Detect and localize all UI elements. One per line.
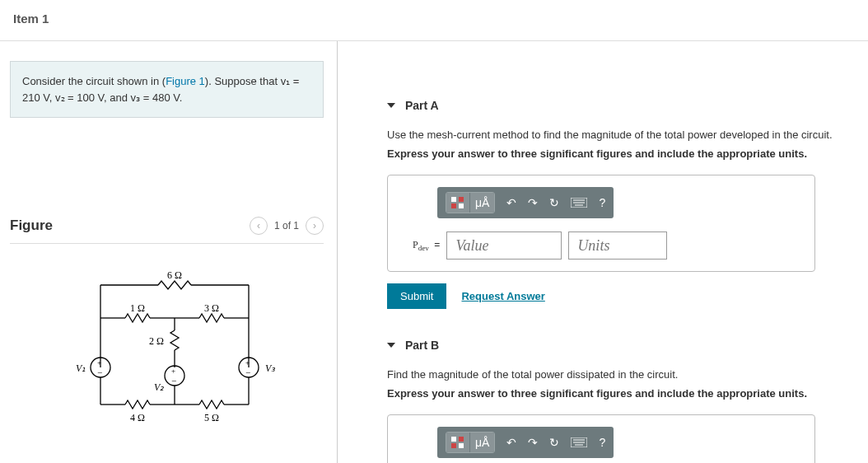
templates-button[interactable] xyxy=(446,193,470,213)
label-v2: V₂ xyxy=(154,381,165,393)
figure-heading: Figure xyxy=(10,217,53,234)
part-b-answer-box: μÅ ↶ ↷ ↻ ? xyxy=(387,414,815,463)
figure-link[interactable]: Figure 1 xyxy=(166,75,205,87)
svg-rect-19 xyxy=(451,443,456,448)
svg-rect-17 xyxy=(451,437,456,442)
keyboard-icon xyxy=(571,198,587,208)
figure-next-button[interactable]: › xyxy=(306,217,324,235)
prompt-box: Consider the circuit shown in (Figure 1)… xyxy=(10,61,324,118)
prompt-suffix: ). Suppose that xyxy=(205,75,281,87)
label-r-mid-right: 3 Ω xyxy=(204,302,219,314)
part-b-question: Find the magnitude of the total power di… xyxy=(387,368,852,381)
format-group: μÅ xyxy=(446,432,495,453)
svg-rect-9 xyxy=(451,197,456,202)
svg-rect-12 xyxy=(459,203,464,208)
label-r-mid-left: 1 Ω xyxy=(130,302,145,314)
templates-icon xyxy=(451,197,464,208)
circuit-figure: 6 Ω 1 Ω 3 Ω 2 Ω 4 Ω 5 Ω V₁ V₂ V₃ + − + −… xyxy=(10,244,324,436)
item-header: Item 1 xyxy=(0,0,868,41)
reset-button[interactable]: ↻ xyxy=(549,436,559,449)
circuit-svg: 6 Ω 1 Ω 3 Ω 2 Ω 4 Ω 5 Ω V₁ V₂ V₃ + − + −… xyxy=(51,269,298,433)
label-r-top: 6 Ω xyxy=(167,269,182,281)
collapse-toggle-icon[interactable] xyxy=(387,103,395,108)
value-input[interactable] xyxy=(446,232,562,260)
keyboard-button[interactable] xyxy=(571,198,587,208)
part-a-header: Part A xyxy=(387,99,852,112)
keyboard-button[interactable] xyxy=(571,437,587,447)
units-button[interactable]: μÅ xyxy=(470,193,494,213)
figure-header: Figure ‹ 1 of 1 › xyxy=(10,217,324,244)
reset-button[interactable]: ↻ xyxy=(549,196,559,209)
part-b-instruction: Express your answer to three significant… xyxy=(387,387,852,400)
figure-nav: ‹ 1 of 1 › xyxy=(250,217,324,235)
answer-toolbar: μÅ ↶ ↷ ↻ ? xyxy=(437,427,614,458)
units-input[interactable] xyxy=(568,232,667,260)
content: Consider the circuit shown in (Figure 1)… xyxy=(0,41,868,463)
answer-lhs: Pdev = xyxy=(413,239,440,252)
figure-pager: 1 of 1 xyxy=(274,220,299,232)
part-a-answer-box: μÅ ↶ ↷ ↻ ? Pdev = xyxy=(387,175,815,272)
label-r-center: 2 Ω xyxy=(149,335,164,347)
answer-toolbar: μÅ ↶ ↷ ↻ ? xyxy=(437,187,614,218)
svg-rect-10 xyxy=(459,197,464,202)
part-a-instruction: Express your answer to three significant… xyxy=(387,147,852,160)
part-b-title: Part B xyxy=(405,339,439,352)
part-a-title: Part A xyxy=(405,99,439,112)
input-row: Pdev = xyxy=(413,232,798,260)
units-button[interactable]: μÅ xyxy=(470,433,494,452)
svg-rect-18 xyxy=(459,437,464,442)
keyboard-icon xyxy=(571,437,587,447)
help-button[interactable]: ? xyxy=(599,196,605,209)
part-a-actions: Submit Request Answer xyxy=(387,283,852,309)
svg-text:+: + xyxy=(171,367,175,375)
left-column: Consider the circuit shown in (Figure 1)… xyxy=(0,41,338,463)
label-r-bot-right: 5 Ω xyxy=(204,412,219,423)
submit-button[interactable]: Submit xyxy=(387,283,446,309)
part-b-header: Part B xyxy=(387,339,852,352)
help-button[interactable]: ? xyxy=(599,436,605,449)
prompt-prefix: Consider the circuit shown in ( xyxy=(22,75,166,87)
svg-rect-11 xyxy=(451,203,456,208)
request-answer-link[interactable]: Request Answer xyxy=(461,290,544,302)
svg-text:+: + xyxy=(245,358,250,367)
svg-text:−: − xyxy=(171,376,176,386)
format-group: μÅ xyxy=(446,192,495,213)
collapse-toggle-icon[interactable] xyxy=(387,343,395,348)
label-v1: V₁ xyxy=(76,362,86,374)
templates-icon xyxy=(451,437,464,448)
item-title: Item 1 xyxy=(13,12,855,26)
templates-button[interactable] xyxy=(446,433,470,452)
svg-text:−: − xyxy=(245,367,250,377)
right-column: Part A Use the mesh-current method to fi… xyxy=(338,41,868,463)
svg-text:−: − xyxy=(97,367,102,377)
svg-text:+: + xyxy=(97,358,101,367)
part-a-question: Use the mesh-current method to find the … xyxy=(387,129,852,141)
label-r-bot-left: 4 Ω xyxy=(130,412,145,423)
figure-prev-button[interactable]: ‹ xyxy=(250,217,268,235)
redo-button[interactable]: ↷ xyxy=(528,196,538,209)
svg-rect-20 xyxy=(459,443,464,448)
undo-button[interactable]: ↶ xyxy=(506,196,516,209)
label-v3: V₃ xyxy=(265,362,276,374)
redo-button[interactable]: ↷ xyxy=(528,436,538,449)
undo-button[interactable]: ↶ xyxy=(506,436,516,449)
